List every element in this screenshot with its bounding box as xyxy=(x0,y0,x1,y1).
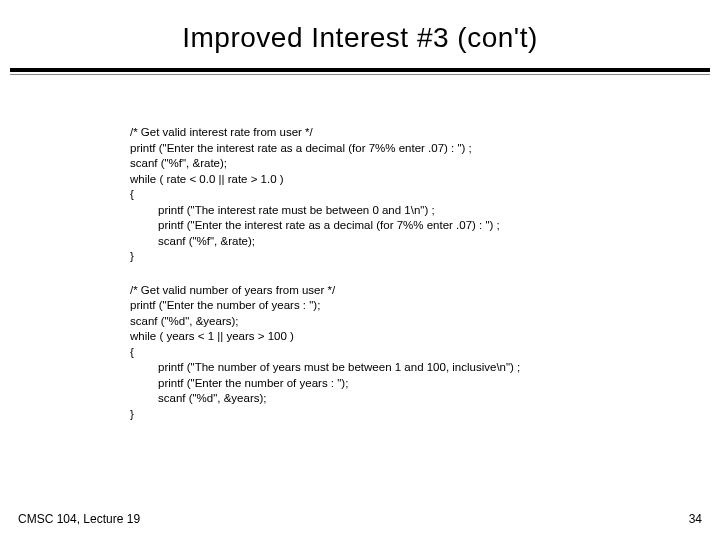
slide-title: Improved Interest #3 (con't) xyxy=(0,0,720,68)
code-line: while ( years < 1 || years > 100 ) xyxy=(130,329,720,345)
code-line: scanf ("%d", &years); xyxy=(130,314,720,330)
slide: Improved Interest #3 (con't) /* Get vali… xyxy=(0,0,720,540)
code-line: printf ("The number of years must be bet… xyxy=(130,360,720,376)
code-line: printf ("The interest rate must be betwe… xyxy=(130,203,720,219)
code-line: { xyxy=(130,187,720,203)
code-line: /* Get valid interest rate from user */ xyxy=(130,125,720,141)
code-line: scanf ("%f", &rate); xyxy=(130,234,720,250)
code-line: } xyxy=(130,407,720,423)
footer-left: CMSC 104, Lecture 19 xyxy=(18,512,140,526)
code-line: printf ("Enter the number of years : "); xyxy=(130,298,720,314)
code-line: scanf ("%f", &rate); xyxy=(130,156,720,172)
code-line: printf ("Enter the interest rate as a de… xyxy=(130,141,720,157)
code-line: scanf ("%d", &years); xyxy=(130,391,720,407)
code-block-2: /* Get valid number of years from user *… xyxy=(130,283,720,423)
code-line: printf ("Enter the interest rate as a de… xyxy=(130,218,720,234)
page-number: 34 xyxy=(689,512,702,526)
code-block-1: /* Get valid interest rate from user */ … xyxy=(130,125,720,265)
code-line: { xyxy=(130,345,720,361)
code-line: /* Get valid number of years from user *… xyxy=(130,283,720,299)
title-rule-thick xyxy=(10,68,710,72)
code-line: } xyxy=(130,249,720,265)
slide-body: /* Get valid interest rate from user */ … xyxy=(0,75,720,422)
code-line: printf ("Enter the number of years : "); xyxy=(130,376,720,392)
code-line: while ( rate < 0.0 || rate > 1.0 ) xyxy=(130,172,720,188)
